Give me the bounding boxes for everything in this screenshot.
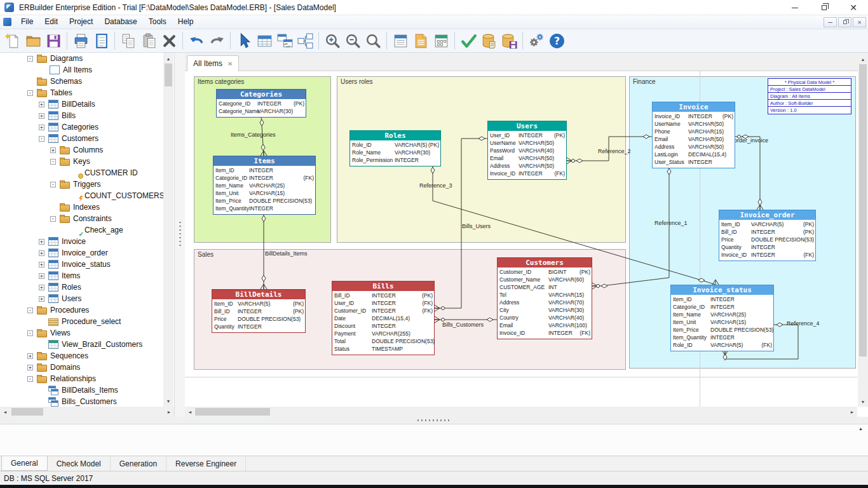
paste-button[interactable] bbox=[139, 30, 159, 51]
tree-item-view-brazil-customers[interactable]: View_Brazil_Customers bbox=[0, 339, 163, 350]
tree-item-indexes[interactable]: Indexes bbox=[0, 201, 163, 213]
tab-reverse-engineer[interactable]: Reverse Engineer bbox=[166, 457, 246, 471]
tab-generation[interactable]: Generation bbox=[111, 457, 166, 471]
minimize-button[interactable] bbox=[780, 0, 810, 15]
tree-item-constraints[interactable]: -Constraints bbox=[0, 213, 163, 224]
tree-item-customer-id[interactable]: CUSTOMER ID bbox=[0, 167, 163, 179]
tree-item-sequences[interactable]: +Sequences bbox=[0, 350, 163, 362]
entity-billdetails[interactable]: BillDetailsItem_IDVARCHAR(5)(PK)Bill_IDI… bbox=[212, 289, 306, 333]
canvas-horizontal-scrollbar[interactable]: ◄ ► bbox=[185, 407, 857, 417]
new-document-button[interactable] bbox=[3, 30, 23, 51]
tree-item-procedures[interactable]: -Procedures bbox=[0, 304, 163, 316]
entity-customers[interactable]: CustomersCustomer_IDBIGINT(PK)Customer_N… bbox=[497, 257, 592, 339]
expander-minus-icon[interactable]: - bbox=[50, 182, 56, 187]
view-grid-button[interactable] bbox=[431, 30, 451, 51]
check-model-button[interactable] bbox=[458, 30, 478, 51]
scroll-up-icon[interactable]: ▲ bbox=[163, 54, 173, 63]
expander-minus-icon[interactable]: - bbox=[27, 330, 33, 336]
tree-item-categories[interactable]: +Categories bbox=[0, 121, 163, 133]
expander-minus-icon[interactable]: - bbox=[50, 216, 56, 222]
tree-item-tables[interactable]: -Tables bbox=[0, 87, 163, 98]
entity-invoice_order[interactable]: Invoice_orderItem_IDVARCHAR(5)(PK)Bill_I… bbox=[719, 210, 816, 261]
expander-plus-icon[interactable]: + bbox=[39, 113, 44, 119]
entity-items[interactable]: ItemsItem_IDINTEGERCategorie_IDINTEGER(F… bbox=[213, 156, 316, 215]
tree-item-triggers[interactable]: -Triggers bbox=[0, 179, 163, 190]
zoom-out-button[interactable] bbox=[342, 30, 363, 51]
save-button[interactable] bbox=[43, 30, 64, 51]
redo-button[interactable] bbox=[207, 30, 227, 51]
panel-splitter-vertical[interactable] bbox=[174, 53, 185, 417]
expander-plus-icon[interactable]: + bbox=[39, 125, 44, 130]
expander-plus-icon[interactable]: + bbox=[39, 285, 44, 290]
settings-button[interactable] bbox=[526, 30, 546, 51]
tree-item-bills-customers[interactable]: Bills_Customers bbox=[0, 396, 163, 407]
open-project-button[interactable] bbox=[23, 30, 43, 51]
expander-minus-icon[interactable]: - bbox=[27, 56, 33, 62]
menu-file[interactable]: File bbox=[15, 15, 39, 29]
entity-invoice[interactable]: InvoiceInvoice_IDINTEGER(PK)UserNameVARC… bbox=[652, 102, 735, 168]
relationship-label-reference_4[interactable]: Reference_4 bbox=[787, 320, 820, 327]
expander-minus-icon[interactable]: - bbox=[39, 136, 44, 142]
menu-help[interactable]: Help bbox=[172, 15, 200, 29]
relationship-label-reference_2[interactable]: Reference_2 bbox=[598, 148, 631, 154]
mdi-close-button[interactable]: ✕ bbox=[853, 17, 866, 27]
pointer-button[interactable] bbox=[234, 30, 254, 51]
add-table-button[interactable] bbox=[254, 30, 275, 51]
add-relationship-button[interactable] bbox=[275, 30, 295, 51]
expander-plus-icon[interactable]: + bbox=[39, 296, 44, 302]
entity-roles[interactable]: RolesRole_IDVARCHAR(5)(PK)Role_NameVARCH… bbox=[349, 130, 441, 166]
scroll-up-icon[interactable]: ▲ bbox=[858, 55, 868, 64]
entity-invoice_status[interactable]: Invoice_statusItem_IDINTEGERCategorie_ID… bbox=[670, 285, 774, 351]
undo-button[interactable] bbox=[186, 30, 207, 51]
save-database-button[interactable] bbox=[499, 30, 519, 51]
tree-item-check-age[interactable]: Check_age bbox=[0, 224, 163, 236]
model-info-box[interactable]: * Physical Data Model *Project : Sales D… bbox=[768, 78, 851, 114]
report-button[interactable] bbox=[91, 30, 111, 51]
scroll-right-icon[interactable]: ► bbox=[847, 407, 857, 416]
relationship-label-reference_3[interactable]: Reference_3 bbox=[419, 182, 452, 189]
restore-button[interactable] bbox=[810, 0, 839, 15]
view-outline-button[interactable] bbox=[390, 30, 410, 51]
tree-item-bills[interactable]: +Bills bbox=[0, 110, 163, 121]
expander-minus-icon[interactable]: - bbox=[27, 308, 33, 313]
tree-item-invoice-order[interactable]: +Invoice_order bbox=[0, 247, 163, 259]
auto-layout-button[interactable] bbox=[295, 30, 315, 51]
tree-item-invoice-status[interactable]: +Invoice_status bbox=[0, 259, 163, 270]
tree-item-count-customers[interactable]: COUNT_CUSTOMERS bbox=[0, 190, 163, 201]
tree-item-views[interactable]: -Views bbox=[0, 327, 163, 339]
tab-all-items[interactable]: All Items ✕ bbox=[187, 55, 239, 71]
help-button[interactable]: ? bbox=[546, 30, 567, 51]
expander-plus-icon[interactable]: + bbox=[39, 262, 44, 268]
expander-plus-icon[interactable]: + bbox=[39, 102, 44, 107]
expander-plus-icon[interactable]: + bbox=[39, 239, 44, 245]
relationship-label-bills_users[interactable]: Bills_Users bbox=[462, 223, 491, 229]
menu-tools[interactable]: Tools bbox=[143, 15, 172, 29]
scroll-down-icon[interactable]: ▼ bbox=[163, 396, 173, 405]
scroll-left-icon[interactable]: ◄ bbox=[185, 407, 195, 416]
scroll-left-icon[interactable]: ◄ bbox=[0, 407, 10, 416]
tree-item-roles[interactable]: +Roles bbox=[0, 281, 163, 293]
canvas-vertical-scrollbar[interactable]: ▲ ▼ bbox=[858, 54, 868, 407]
tree-vertical-scrollbar[interactable]: ▲ ▼ bbox=[163, 53, 173, 407]
tree-item-domains[interactable]: +Domains bbox=[0, 362, 163, 373]
expander-minus-icon[interactable]: - bbox=[50, 159, 56, 165]
zoom-button[interactable] bbox=[363, 30, 383, 51]
close-button[interactable]: ✕ bbox=[839, 0, 868, 15]
tree-item-users[interactable]: +Users bbox=[0, 293, 163, 304]
expander-plus-icon[interactable]: + bbox=[27, 365, 33, 370]
tree-item-schemas[interactable]: Schemas bbox=[0, 76, 163, 87]
relationship-label-order_invoice[interactable]: order_invoice bbox=[734, 137, 768, 144]
menu-project[interactable]: Project bbox=[64, 15, 98, 29]
entity-categories[interactable]: CategoriesCategorie_IDINTEGER(PK)Categor… bbox=[216, 89, 306, 118]
view-report-button[interactable] bbox=[410, 30, 431, 51]
scroll-right-icon[interactable]: ► bbox=[164, 407, 174, 416]
expander-minus-icon[interactable]: - bbox=[27, 376, 33, 382]
entity-bills[interactable]: BillsBill_IDINTEGER(PK)User_IDINTEGER(FK… bbox=[332, 281, 435, 355]
expander-plus-icon[interactable]: + bbox=[39, 250, 44, 256]
scroll-down-icon[interactable]: ▼ bbox=[858, 397, 868, 406]
relationship-label-billdetails_items[interactable]: BillDetails_Items bbox=[265, 250, 308, 257]
print-button[interactable] bbox=[71, 30, 91, 51]
expander-minus-icon[interactable]: - bbox=[27, 90, 33, 96]
expander-plus-icon[interactable]: + bbox=[27, 353, 33, 359]
tree-item-keys[interactable]: -Keys bbox=[0, 156, 163, 167]
